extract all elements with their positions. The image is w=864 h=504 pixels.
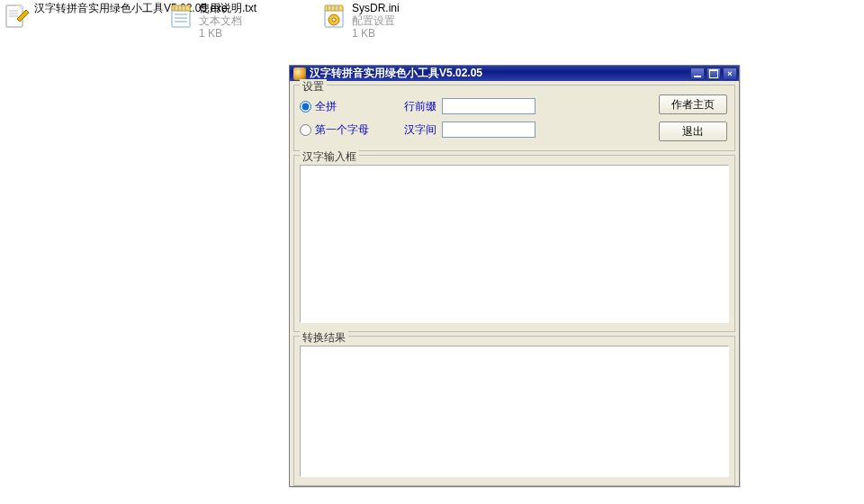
radio-first-input[interactable] xyxy=(300,124,311,136)
icon-txt-type: 文本文档 xyxy=(199,14,256,27)
close-button[interactable]: × xyxy=(723,68,737,80)
output-legend: 转换结果 xyxy=(300,330,348,346)
svg-point-22 xyxy=(332,18,336,22)
window-title: 汉字转拼音实用绿色小工具V5.02.05 xyxy=(310,66,687,81)
radio-full-pinyin[interactable]: 全拼 xyxy=(300,99,399,114)
ini-config-icon xyxy=(320,2,348,31)
icon-txt-size: 1 KB xyxy=(199,27,256,40)
radio-full-label: 全拼 xyxy=(315,99,337,114)
author-homepage-button[interactable]: 作者主页 xyxy=(659,94,727,114)
exit-button[interactable]: 退出 xyxy=(659,122,727,141)
app-icon xyxy=(293,68,306,80)
desktop-icon-txt[interactable]: 使用说明.txt 文本文档 1 KB xyxy=(166,2,256,40)
icon-ini-size: 1 KB xyxy=(352,27,400,40)
titlebar[interactable]: 汉字转拼音实用绿色小工具V5.02.05 × xyxy=(290,66,739,81)
exe-document-icon xyxy=(2,2,31,31)
output-group: 转换结果 xyxy=(293,336,735,486)
input-group: 汉字输入框 xyxy=(293,155,735,332)
result-output[interactable] xyxy=(300,346,729,477)
radio-full-input[interactable] xyxy=(300,101,311,112)
separator-label: 汉字间 xyxy=(399,122,436,138)
input-legend: 汉字输入框 xyxy=(300,149,359,165)
prefix-input[interactable] xyxy=(442,98,536,114)
desktop-icon-ini[interactable]: SysDR.ini 配置设置 1 KB xyxy=(320,2,400,40)
minimize-button[interactable] xyxy=(690,68,705,80)
prefix-label: 行前缀 xyxy=(399,99,436,114)
radio-first-label: 第一个字母 xyxy=(315,122,369,138)
notepad-icon xyxy=(166,2,195,31)
maximize-button[interactable] xyxy=(706,68,721,80)
settings-legend: 设置 xyxy=(300,79,327,94)
settings-group: 设置 全拼 行前缀 第一个字母 汉字间 xyxy=(293,85,735,151)
icon-ini-name: SysDR.ini xyxy=(352,2,400,14)
radio-first-letter[interactable]: 第一个字母 xyxy=(300,122,399,138)
hanzi-input[interactable] xyxy=(300,165,729,323)
app-window: 汉字转拼音实用绿色小工具V5.02.05 × 设置 全拼 行前缀 xyxy=(289,65,740,487)
icon-ini-type: 配置设置 xyxy=(352,14,400,27)
separator-input[interactable] xyxy=(442,122,536,138)
icon-txt-name: 使用说明.txt xyxy=(199,2,256,14)
